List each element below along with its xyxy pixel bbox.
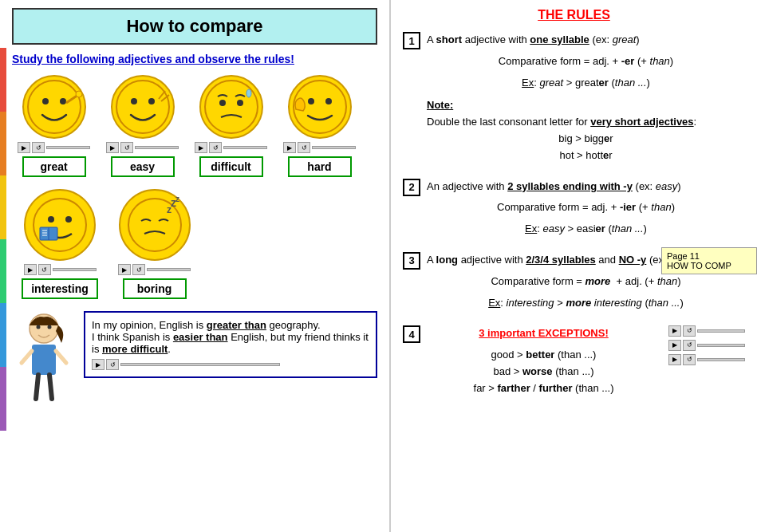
color-bar [0,48,6,431]
emoji-item-boring: z z z ▶ ↺ boring [112,189,196,299]
play-btn-difficult[interactable]: ▶ [195,142,207,153]
exc-good: good > better (than ...) [427,347,660,364]
rule2-easy-italic: easy [542,223,564,234]
play-btn-exc1[interactable]: ▶ [668,325,681,337]
play-btn-boring[interactable]: ▶ [118,264,131,275]
emoji-svg-easy [115,79,171,135]
stop-btn-interesting[interactable]: ↺ [38,264,51,275]
svg-text:z: z [175,197,179,203]
play-btn-exc3[interactable]: ▶ [668,354,681,365]
emoji-item-hard: ▶ ↺ hard [278,75,361,177]
exc-player-3[interactable]: ▶ ↺ [668,354,745,365]
stop-btn-great[interactable]: ↺ [32,142,45,153]
slider-hard[interactable] [312,146,356,149]
slider-difficult[interactable] [223,146,267,149]
emoji-face-hard [288,75,352,139]
rule2-line1: An adjective with 2 syllables ending wit… [427,179,745,195]
exceptions-grid: 3 important EXCEPTIONS! good > better (t… [427,325,745,396]
rule3-interesting2: interesting [591,297,642,309]
opinion-text3: I think Spanish is [92,331,173,343]
rule3-long: long [436,254,458,266]
stop-btn-exc2[interactable]: ↺ [683,340,696,351]
tooltip-page: Page 11 [667,251,751,261]
rule2-comp-form: Comparative form = adj. + -ier (+ than) [427,199,745,216]
svg-point-13 [246,89,251,97]
slider-easy[interactable] [135,146,179,149]
emoji-face-great [22,75,86,139]
stop-btn-exc1[interactable]: ↺ [683,325,696,337]
svg-point-4 [76,91,82,97]
opinion-link3: more difficult [102,343,168,355]
emoji-face-difficult [199,75,263,139]
stop-btn-boring[interactable]: ↺ [132,264,145,275]
word-boring: boring [123,278,187,299]
color-yellow [0,175,6,239]
emoji-face-easy [111,75,175,139]
play-btn-easy[interactable]: ▶ [106,142,119,153]
opinion-section: In my opinion, English is greater than g… [12,311,377,399]
stop-btn-opinion[interactable]: ↺ [106,359,119,370]
play-btn-opinion[interactable]: ▶ [92,359,104,370]
rule3-syllables: 2/3/4 syllables [526,254,595,266]
exc-players[interactable]: ▶ ↺ ▶ ↺ ▶ ↺ [668,325,745,365]
play-btn-hard[interactable]: ▶ [283,142,296,153]
svg-rect-32 [32,345,56,375]
svg-point-12 [237,100,243,106]
player-easy[interactable]: ▶ ↺ [106,142,179,153]
slider-exc3[interactable] [697,358,745,361]
play-btn-interesting[interactable]: ▶ [24,264,37,275]
svg-point-16 [325,98,332,104]
play-btn-exc2[interactable]: ▶ [668,340,681,351]
rule3-interesting-italic: interesting [507,297,554,309]
exc-worse: worse [522,365,553,377]
exc-further: further [539,382,573,394]
exc-farther: farther [498,382,530,394]
player-difficult[interactable]: ▶ ↺ [195,142,267,153]
svg-line-34 [56,351,66,363]
emoji-svg-difficult [203,79,259,135]
exc-player-1[interactable]: ▶ ↺ [668,325,745,337]
tooltip-label: HOW TO COMP [667,261,751,270]
svg-point-6 [131,98,137,104]
svg-point-17 [34,199,86,251]
stop-btn-exc3[interactable]: ↺ [683,354,696,365]
play-btn-great[interactable]: ▶ [18,142,30,153]
slider-great[interactable] [46,146,90,149]
stop-btn-hard[interactable]: ↺ [298,142,310,153]
person-svg [12,311,76,407]
opinion-player[interactable]: ▶ ↺ [92,359,369,370]
color-blue [0,303,6,367]
rule-content-4: 3 important EXCEPTIONS! good > better (t… [427,325,745,396]
rule1-t-bold: e [603,149,609,161]
emoji-svg-boring: z z z [127,197,183,253]
slider-exc2[interactable] [697,344,745,347]
stop-btn-easy[interactable]: ↺ [120,142,133,153]
slider-opinion[interactable] [120,363,280,366]
color-green [0,239,6,303]
left-panel: How to compare Study the following adjec… [0,0,391,532]
rule-block-4: 4 3 important EXCEPTIONS! good > better … [403,325,745,396]
svg-point-1 [42,98,49,104]
rule1-ex-label: Ex [522,77,534,89]
rule2-2syl: 2 syllables ending with -y [507,180,633,192]
rule3-than: than [657,275,677,287]
player-boring[interactable]: ▶ ↺ [118,264,191,275]
study-instruction[interactable]: Study the following adjectives and obser… [12,53,377,65]
color-orange [0,112,6,175]
rule1-hot: hot > hotter [427,148,745,164]
stop-btn-difficult[interactable]: ↺ [209,142,222,153]
player-great[interactable]: ▶ ↺ [18,142,90,153]
slider-boring[interactable] [147,268,191,271]
rule2-ier: -ier [620,201,636,213]
rule2-ex-label: Ex [525,223,537,234]
player-interesting[interactable]: ▶ ↺ [24,264,97,275]
tooltip-box: Page 11 HOW TO COMP [661,247,757,274]
slider-exc1[interactable] [697,329,745,333]
slider-interesting[interactable] [53,268,97,271]
player-hard[interactable]: ▶ ↺ [283,142,356,153]
rule3-more: more [585,275,611,287]
exc-player-2[interactable]: ▶ ↺ [668,340,745,351]
svg-point-18 [48,216,54,223]
opinion-link1: greater than [207,319,266,331]
rule3-than2: than ... [649,297,680,309]
